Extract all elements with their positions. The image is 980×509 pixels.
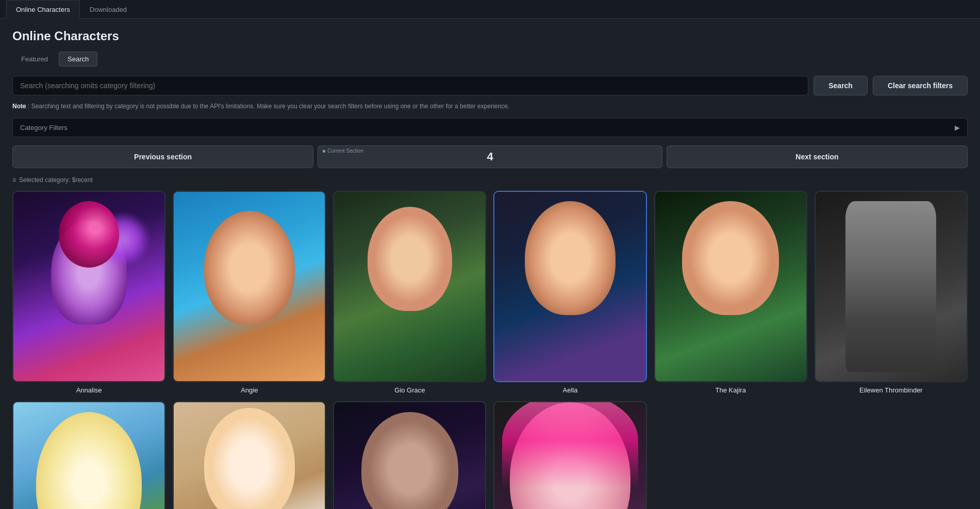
portrait-kajira xyxy=(655,192,806,381)
category-filter-label: Category Filters xyxy=(20,124,68,132)
chevron-right-icon: ▶ xyxy=(955,124,960,132)
char-card-eilewen[interactable]: Eilewen Thrombinder xyxy=(815,191,968,394)
char-card-annalise[interactable]: Annalise xyxy=(12,191,165,394)
page-title: Online Characters xyxy=(12,29,968,43)
char-name-gio: Gio Grace xyxy=(394,386,425,394)
char-card-row2-3[interactable] xyxy=(493,401,646,509)
char-portrait-aella xyxy=(493,191,646,382)
category-filter-dropdown[interactable]: Category Filters ▶ xyxy=(12,118,968,137)
char-card-row2-2[interactable] xyxy=(333,401,486,509)
tab-featured[interactable]: Featured xyxy=(12,52,57,67)
selected-category-indicator: ≡ Selected category: $recent xyxy=(12,176,968,184)
brain-glow-annalise xyxy=(96,211,150,268)
portrait-gio xyxy=(334,192,485,381)
search-input[interactable] xyxy=(12,76,808,95)
next-section-button[interactable]: Next section xyxy=(667,145,968,168)
char-card-row2-1[interactable] xyxy=(173,401,326,509)
char-name-angie: Angie xyxy=(241,386,258,394)
prev-section-button[interactable]: Previous section xyxy=(12,145,313,168)
char-portrait-row2-1 xyxy=(173,401,326,509)
sub-tab-bar: Featured Search xyxy=(12,52,968,67)
tab-online-characters[interactable]: Online Characters xyxy=(6,0,80,19)
portrait-aella xyxy=(494,192,645,381)
char-portrait-gio xyxy=(333,191,486,382)
char-portrait-row2-0 xyxy=(12,401,165,509)
current-section-display: ■ Current Section 4 xyxy=(318,145,662,168)
category-list-icon: ≡ xyxy=(12,176,16,184)
clear-search-button[interactable]: Clear search filters xyxy=(873,76,968,95)
char-card-gio[interactable]: Gio Grace xyxy=(333,191,486,394)
portrait-angie xyxy=(174,192,325,381)
tab-downloaded[interactable]: Downloaded xyxy=(80,0,137,19)
char-name-eilewen: Eilewen Thrombinder xyxy=(859,386,923,394)
portrait-row2-0 xyxy=(13,402,164,509)
main-tab-bar: Online Characters Downloaded xyxy=(0,0,980,19)
section-icon: ■ xyxy=(322,148,325,154)
portrait-annalise xyxy=(13,192,164,381)
char-card-kajira[interactable]: The Kajira xyxy=(654,191,807,394)
portrait-row2-1 xyxy=(174,402,325,509)
section-nav: Previous section ■ Current Section 4 Nex… xyxy=(12,145,968,168)
section-number: 4 xyxy=(487,150,493,163)
note-body: : Searching text and filtering by catego… xyxy=(28,103,509,110)
char-portrait-angie xyxy=(173,191,326,382)
portrait-row2-2 xyxy=(334,402,485,509)
character-grid: Annalise Angie Gio Grace Aella The Kajir xyxy=(12,191,968,509)
current-section-label: ■ Current Section xyxy=(322,148,363,154)
char-portrait-annalise xyxy=(12,191,165,382)
search-row: Search Clear search filters xyxy=(12,76,968,95)
char-name-annalise: Annalise xyxy=(76,386,102,394)
char-name-aella: Aella xyxy=(563,386,578,394)
portrait-row2-3 xyxy=(494,402,645,509)
search-button[interactable]: Search xyxy=(813,76,868,95)
search-note: Note : Searching text and filtering by c… xyxy=(12,102,968,111)
char-portrait-row2-2 xyxy=(333,401,486,509)
tab-search[interactable]: Search xyxy=(59,52,97,67)
char-card-row2-0[interactable] xyxy=(12,401,165,509)
char-card-aella[interactable]: Aella xyxy=(493,191,646,394)
char-card-angie[interactable]: Angie xyxy=(173,191,326,394)
char-portrait-kajira xyxy=(654,191,807,382)
main-content: Online Characters Featured Search Search… xyxy=(0,19,980,509)
current-section-text: Current Section xyxy=(327,148,363,154)
note-label: Note xyxy=(12,103,26,110)
char-portrait-row2-3 xyxy=(493,401,646,509)
selected-category-text: Selected category: $recent xyxy=(19,176,93,184)
char-portrait-eilewen xyxy=(815,191,968,382)
char-name-kajira: The Kajira xyxy=(716,386,746,394)
portrait-eilewen xyxy=(816,192,967,381)
